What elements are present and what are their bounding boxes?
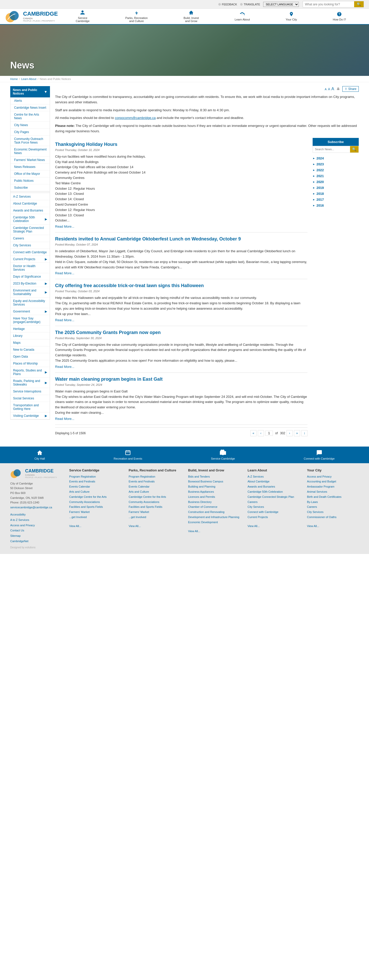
article-halloween-title[interactable]: City offering free accessible trick-or-t… (55, 283, 307, 288)
sidebar-item-open-data[interactable]: Open Data (11, 353, 50, 360)
article-halloween-readmore[interactable]: Read More... (55, 318, 307, 322)
translate-btn[interactable]: TRANSLATE (240, 3, 260, 6)
article-grants-title[interactable]: The 2025 Community Grants Program now op… (55, 330, 307, 335)
sidebar-item-maps[interactable]: Maps (11, 339, 50, 346)
footer-link[interactable]: Farmers' Market (129, 510, 180, 515)
sidebar-item-farmers-market[interactable]: Farmers' Market News (11, 157, 50, 164)
sidebar-item-careers[interactable]: Careers (11, 235, 50, 242)
sidebar-item-city-news[interactable]: City News (11, 122, 50, 129)
footer-link[interactable]: Development and Infrastructure Planning (188, 515, 240, 520)
sidebar-item-have-your-say[interactable]: Have Your Say (engageCambridge) (11, 315, 50, 326)
footer-link[interactable]: Awards and Bursaries (248, 484, 299, 489)
year-2019[interactable]: ► 2019 (313, 185, 359, 191)
footer-view-all-learn[interactable]: View All... (248, 524, 299, 529)
footer-link[interactable]: Events Calendar (129, 484, 180, 489)
font-medium-btn[interactable]: A (328, 87, 330, 91)
article-water-readmore[interactable]: Read More... (55, 417, 307, 421)
sidebar-item-public-notices[interactable]: Public Notices (11, 177, 50, 184)
footer-link[interactable]: Animal Services (307, 489, 359, 495)
nav-parks[interactable]: Parks, Recreationand Culture (120, 9, 153, 24)
footer-link[interactable]: Birth and Death Certificates (307, 495, 359, 500)
footer-email[interactable]: servicecambridge@cambridge.ca (10, 506, 52, 509)
article-oktoberfest-readmore[interactable]: Read More... (55, 271, 307, 275)
print-icon[interactable]: 🖶 (337, 87, 340, 91)
sidebar-item-city-services[interactable]: City Services (11, 242, 50, 249)
footer-link[interactable]: Arts and Culture (129, 489, 180, 495)
footer-link[interactable]: Construction and Renovating (188, 510, 240, 515)
article-oktoberfest-title[interactable]: Residents invited to Annual Cambridge Ok… (55, 236, 307, 242)
sidebar-item-50th[interactable]: Cambridge 50th Celebration ▶ (11, 214, 50, 224)
sidebar-item-connected[interactable]: Cambridge Connected Strategic Plan (11, 224, 50, 235)
language-select[interactable]: SELECT LANGUAGE (263, 2, 299, 7)
breadcrumb-home[interactable]: Home (10, 77, 17, 81)
nav-service-cambridge[interactable]: ServiceCambridge (71, 9, 95, 24)
sidebar-item-current-projects[interactable]: Current Projects ▶ (11, 256, 50, 263)
footer-link[interactable]: Cambridge 50th Celebration (248, 489, 299, 495)
year-2024[interactable]: ► 2024 (313, 155, 359, 161)
logo[interactable]: CAMBRIDGE CANADA PEOPLE • PLACE • PROSPE… (5, 10, 58, 23)
sidebar-item-az[interactable]: A-Z Services (11, 193, 50, 200)
sidebar-item-roads[interactable]: Roads, Parking and Sidewalks ▶ (11, 378, 50, 388)
year-2021[interactable]: ► 2021 (313, 173, 359, 179)
footer-link[interactable]: Building and Planning (188, 484, 240, 489)
footer-link[interactable]: ...get Involved (69, 515, 121, 520)
year-2023[interactable]: ► 2023 (313, 161, 359, 167)
year-2022[interactable]: ► 2022 (313, 167, 359, 173)
footer-link[interactable]: Ambassador Program (307, 484, 359, 489)
footer-link[interactable]: Program Registration (69, 474, 121, 479)
footer-link[interactable]: A-Z Services (248, 474, 299, 479)
bottom-nav-connect[interactable]: Connect with Cambridge (304, 450, 334, 460)
sidebar-item-days[interactable]: Days of Significance (11, 273, 50, 280)
sidebar-item-reports[interactable]: Reports, Studies and Plans ▶ (11, 367, 50, 378)
sidebar-item-environment[interactable]: Environment and Sustainability ▶ (11, 287, 50, 298)
bottom-nav-city-hall[interactable]: City Hall (34, 450, 45, 460)
footer-view-all-service[interactable]: View All... (69, 524, 121, 529)
pagination-first-btn[interactable]: « (250, 430, 256, 436)
pagination-page-input[interactable] (265, 431, 273, 436)
footer-link[interactable]: City Services (248, 504, 299, 510)
sidebar-item-government[interactable]: Government ▶ (11, 308, 50, 315)
year-2016[interactable]: ► 2016 (313, 202, 359, 208)
bottom-nav-service[interactable]: Service Cambridge (211, 450, 235, 460)
sidebar-item-awards[interactable]: Awards and Bursaries (11, 207, 50, 214)
footer-link[interactable]: ...get Involved (129, 515, 180, 520)
news-search-button[interactable]: 🔍 (350, 146, 358, 153)
sidebar-item-alerts[interactable]: Alerts (11, 97, 50, 104)
footer-link-access[interactable]: Access and Privacy (10, 523, 62, 528)
sidebar-section-header[interactable]: News and Public Notices ▼ (10, 86, 50, 97)
footer-link-contact[interactable]: Contact Us (10, 528, 62, 533)
font-small-btn[interactable]: A (324, 88, 326, 91)
article-thanksgiving-title[interactable]: Thanksgiving Holiday Hours (55, 142, 307, 147)
sidebar-item-cambridge-news-insert[interactable]: Cambridge News Insert (11, 104, 50, 111)
sidebar-item-office-mayor[interactable]: Office of the Mayor (11, 170, 50, 177)
article-water-title[interactable]: Water main cleaning program begins in Ea… (55, 377, 307, 382)
font-large-btn[interactable]: A (331, 87, 334, 91)
sidebar-item-economic-dev[interactable]: Economic Development News (11, 146, 50, 157)
footer-link[interactable]: Business Directory (188, 500, 240, 505)
footer-link[interactable]: Events and Festivals (69, 479, 121, 484)
sidebar-item-by-election[interactable]: 2023 By-Election ▶ (11, 280, 50, 287)
sidebar-item-transportation[interactable]: Transportation and Getting Here (11, 402, 50, 412)
footer-link[interactable]: Cambridge Centre for the Arts (129, 495, 180, 500)
pagination-next-btn[interactable]: › (286, 430, 293, 436)
article-grants-readmore[interactable]: Read More... (55, 365, 307, 369)
footer-link[interactable]: Farmers' Market (69, 510, 121, 515)
footer-link-accessibility[interactable]: Accessibility (10, 512, 62, 517)
footer-link[interactable]: Arts and Culture (69, 489, 121, 495)
footer-link[interactable]: Access and Privacy (307, 474, 359, 479)
footer-view-all-parks[interactable]: View All... (129, 524, 180, 529)
footer-link[interactable]: Events Calendar (69, 484, 121, 489)
footer-link[interactable]: City Services (307, 510, 359, 515)
footer-link[interactable]: About Cambridge (248, 479, 299, 484)
footer-link[interactable]: Community Associations (69, 500, 121, 505)
sidebar-item-heritage[interactable]: Heritage (11, 326, 50, 332)
footer-link[interactable]: Facilities and Sports Fields (69, 504, 121, 510)
pagination-prev-btn[interactable]: ‹ (258, 430, 264, 436)
contact-email[interactable]: corpocomm@cambridge.ca (115, 116, 156, 120)
search-bar[interactable]: 🔍 (303, 1, 364, 8)
footer-link[interactable]: Bids and Tenders (188, 474, 240, 479)
sidebar-item-doctor[interactable]: Doctor or Health Services (11, 263, 50, 273)
year-2017[interactable]: ► 2017 (313, 197, 359, 202)
year-2018[interactable]: ► 2018 (313, 191, 359, 197)
sidebar-item-new-to-canada[interactable]: New to Canada (11, 346, 50, 353)
